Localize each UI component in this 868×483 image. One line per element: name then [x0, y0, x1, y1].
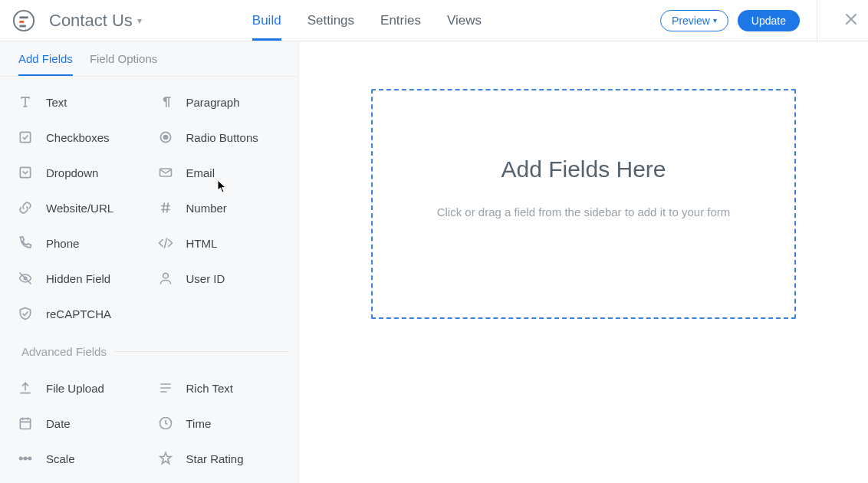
- svg-rect-2: [19, 21, 24, 23]
- subtab-add-fields[interactable]: Add Fields: [18, 52, 73, 76]
- field-time-label: Time: [186, 417, 212, 430]
- tab-settings-label: Settings: [307, 13, 354, 28]
- eye-off-icon: [17, 270, 34, 287]
- field-scale-label: Scale: [46, 452, 75, 465]
- field-star-rating[interactable]: Star Rating: [150, 441, 290, 476]
- update-button-label: Update: [751, 15, 786, 27]
- field-rich-text-label: Rich Text: [186, 382, 233, 395]
- field-html[interactable]: HTML: [150, 225, 290, 261]
- upload-icon: [17, 380, 34, 396]
- preview-button[interactable]: Preview ▾: [660, 10, 728, 31]
- field-checkboxes[interactable]: Checkboxes: [9, 120, 150, 155]
- tab-entries-label: Entries: [380, 13, 421, 28]
- field-number-label: Number: [186, 202, 227, 215]
- phone-icon: [17, 235, 34, 251]
- richtext-icon: [157, 380, 174, 396]
- logo-area: Contact Us ▾: [12, 0, 160, 41]
- svg-rect-3: [19, 25, 25, 27]
- field-userid[interactable]: User ID: [150, 261, 290, 296]
- svg-rect-11: [20, 419, 30, 429]
- form-title-dropdown[interactable]: Contact Us ▾: [49, 11, 142, 31]
- field-date[interactable]: Date: [9, 406, 150, 441]
- field-rich-text[interactable]: Rich Text: [150, 370, 290, 406]
- preview-button-label: Preview: [672, 15, 710, 27]
- field-paragraph-label: Paragraph: [186, 96, 240, 109]
- drop-zone-subtitle: Click or drag a field from the sidebar t…: [437, 205, 731, 219]
- tab-views-label: Views: [447, 13, 482, 28]
- field-file-upload-label: File Upload: [46, 382, 104, 395]
- svg-point-6: [163, 136, 167, 140]
- svg-rect-7: [20, 167, 30, 177]
- clock-icon: [157, 415, 174, 432]
- drop-zone[interactable]: Add Fields Here Click or drag a field fr…: [371, 89, 796, 319]
- caret-down-icon: ▾: [137, 15, 142, 26]
- field-checkboxes-label: Checkboxes: [46, 131, 110, 144]
- header-actions: Preview ▾ Update: [660, 0, 868, 41]
- tab-entries[interactable]: Entries: [380, 0, 421, 41]
- top-header: Contact Us ▾ Build Settings Entries View…: [0, 0, 868, 41]
- star-icon: [157, 450, 174, 467]
- code-icon: [157, 235, 174, 251]
- field-number[interactable]: Number: [150, 190, 290, 225]
- tab-build[interactable]: Build: [252, 0, 281, 41]
- field-userid-label: User ID: [186, 272, 225, 285]
- subtab-field-options[interactable]: Field Options: [90, 52, 157, 76]
- divider: [817, 0, 817, 41]
- field-radio[interactable]: Radio Buttons: [150, 120, 290, 155]
- scale-icon: [17, 450, 34, 467]
- paragraph-icon: [157, 94, 174, 110]
- update-button[interactable]: Update: [738, 10, 800, 31]
- dropdown-icon: [17, 164, 34, 181]
- tab-views[interactable]: Views: [447, 0, 482, 41]
- hash-icon: [157, 199, 174, 216]
- tab-build-label: Build: [252, 13, 281, 28]
- field-scale[interactable]: Scale: [9, 441, 150, 476]
- app-logo-icon: [12, 9, 35, 32]
- radio-icon: [157, 129, 174, 146]
- sidebar-subtabs: Add Fields Field Options: [0, 41, 298, 77]
- field-radio-label: Radio Buttons: [186, 131, 258, 144]
- main-tabs: Build Settings Entries Views: [252, 0, 482, 41]
- user-icon: [157, 270, 174, 287]
- field-date-label: Date: [46, 417, 71, 430]
- field-recaptcha[interactable]: reCAPTCHA: [9, 296, 150, 331]
- svg-rect-1: [19, 16, 28, 18]
- email-icon: [157, 164, 174, 181]
- calendar-icon: [17, 415, 34, 432]
- subtab-add-fields-label: Add Fields: [18, 52, 73, 65]
- field-text[interactable]: Text: [9, 84, 150, 120]
- basic-fields: Text Paragraph Checkboxes Radio Buttons …: [0, 77, 298, 336]
- field-html-label: HTML: [186, 237, 218, 250]
- link-icon: [17, 199, 34, 216]
- field-website-label: Website/URL: [46, 202, 113, 215]
- caret-down-icon: ▾: [713, 16, 717, 25]
- field-email[interactable]: Email: [150, 155, 290, 190]
- close-icon: [845, 12, 857, 29]
- field-hidden[interactable]: Hidden Field: [9, 261, 150, 296]
- field-dropdown-label: Dropdown: [46, 166, 98, 179]
- field-website[interactable]: Website/URL: [9, 190, 150, 225]
- advanced-fields-heading-label: Advanced Fields: [21, 345, 107, 358]
- field-email-label: Email: [186, 166, 215, 179]
- field-phone-label: Phone: [46, 237, 79, 250]
- field-star-rating-label: Star Rating: [186, 452, 244, 465]
- field-text-label: Text: [46, 96, 67, 109]
- advanced-fields: File Upload Rich Text Date Time Scale St…: [0, 363, 298, 481]
- form-canvas: Add Fields Here Click or drag a field fr…: [299, 41, 868, 483]
- field-time[interactable]: Time: [150, 406, 290, 441]
- field-phone[interactable]: Phone: [9, 225, 150, 261]
- sidebar: Add Fields Field Options Text Paragraph …: [0, 41, 299, 483]
- svg-point-10: [163, 273, 168, 278]
- body: Add Fields Field Options Text Paragraph …: [0, 41, 868, 483]
- field-paragraph[interactable]: Paragraph: [150, 84, 290, 120]
- field-dropdown[interactable]: Dropdown: [9, 155, 150, 190]
- field-hidden-label: Hidden Field: [46, 272, 110, 285]
- tab-settings[interactable]: Settings: [307, 0, 354, 41]
- subtab-field-options-label: Field Options: [90, 52, 157, 65]
- advanced-fields-heading: Advanced Fields: [0, 336, 298, 363]
- text-icon: [17, 94, 34, 110]
- divider: [114, 351, 289, 352]
- svg-rect-4: [20, 132, 30, 142]
- close-button[interactable]: [834, 12, 868, 29]
- field-file-upload[interactable]: File Upload: [9, 370, 150, 406]
